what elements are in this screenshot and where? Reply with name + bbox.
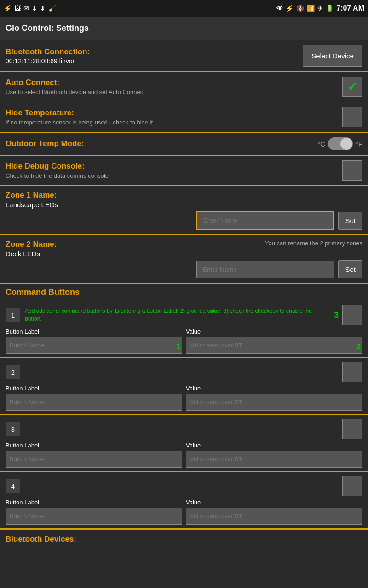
- cmd4-value-header: Value: [186, 499, 362, 506]
- outdoor-temp-label: Outdoor Temp Mode:: [6, 139, 84, 148]
- zone1-label: Zone 1 Name:: [6, 191, 362, 200]
- cmd4-value-group: Value: [186, 499, 362, 525]
- zone1-row: Zone 1 Name: Landscape LEDs Set: [0, 186, 368, 235]
- cmd2-checkbox[interactable]: [342, 362, 362, 382]
- cmd1-label-wrapper: 1: [6, 337, 182, 354]
- hide-temp-checkbox[interactable]: [342, 107, 362, 127]
- cmd2-value-header: Value: [186, 385, 362, 392]
- status-bar: ⚡ 🖼 ✉ ⬇ ⬇ 🧹 👁 ⚡ 🔇 📶 ✈ 🔋 7:07 AM: [0, 0, 368, 17]
- cmd1-value-group: Value 2: [186, 328, 362, 354]
- zone1-input-row: Set: [6, 211, 362, 230]
- cmd1-fields: Button Label 1 Value 2: [6, 328, 362, 354]
- bluetooth-connection-row: Bluetooth Connection: 00:12:11:28:08:69 …: [0, 40, 368, 72]
- email-icon: ✉: [23, 5, 29, 12]
- auto-connect-desc: Use to select Bluetooth device and set A…: [6, 89, 342, 96]
- cmd1-value-badge: 2: [356, 343, 361, 351]
- status-icons-right: 👁 ⚡ 🔇 📶 ✈ 🔋 7:07 AM: [276, 4, 364, 12]
- hide-temp-label: Hide Temperature:: [6, 108, 342, 118]
- zone1-current-name: Landscape LEDs: [6, 201, 362, 209]
- cmd3-number-badge: 3: [6, 422, 20, 436]
- command-button-3-row: 3 Button Label Value: [0, 415, 368, 472]
- zone2-label: Zone 2 Name:: [6, 240, 57, 249]
- bluetooth-devices-section: Bluetooth Devices:: [0, 529, 368, 548]
- cmd4-label-group: Button Label: [6, 499, 182, 525]
- command-button-2-row: 2 Button Label Value: [0, 358, 368, 415]
- app-title: Glo Control: Settings: [6, 23, 89, 33]
- hide-temperature-row: Hide Temperature: If no temperature sens…: [0, 102, 368, 133]
- cmd3-value-group: Value: [186, 442, 362, 468]
- cmd2-label-input[interactable]: [6, 394, 182, 411]
- cmd4-checkbox[interactable]: [342, 476, 362, 496]
- cmd1-value-wrapper: 2: [186, 337, 362, 354]
- celsius-label: °C: [317, 140, 325, 148]
- zone1-input[interactable]: [196, 211, 334, 230]
- hide-temp-desc: If no temperature sensor is being used -…: [6, 119, 342, 126]
- cmd1-checkbox[interactable]: [342, 305, 362, 325]
- bluetooth-devices-label: Bluetooth Devices:: [6, 535, 362, 544]
- cmd1-label-header: Button Label: [6, 328, 182, 335]
- checkmark-icon: ✓: [347, 80, 357, 94]
- broom-icon: 🧹: [48, 5, 56, 12]
- cmd1-value-header: Value: [186, 328, 362, 335]
- hide-debug-checkbox[interactable]: [342, 160, 362, 181]
- auto-connect-info: Auto Connect: Use to select Bluetooth de…: [6, 78, 342, 96]
- cmd3-top: 3: [6, 419, 362, 439]
- hide-debug-label: Hide Debug Console:: [6, 162, 342, 171]
- cmd-num-label: 3: [334, 311, 339, 320]
- cmd1-label-input[interactable]: [6, 337, 182, 354]
- cmd3-label-input[interactable]: [6, 451, 182, 468]
- hide-temp-info: Hide Temperature: If no temperature sens…: [6, 108, 342, 126]
- zone2-input-row: Set: [6, 260, 362, 278]
- zone1-set-button[interactable]: Set: [338, 212, 362, 230]
- settings-content: Bluetooth Connection: 00:12:11:28:08:69 …: [0, 40, 368, 548]
- bluetooth-icon: ⚡: [286, 5, 293, 12]
- zone2-current-name: Deck LEDs: [6, 250, 57, 258]
- cmd2-label-header: Button Label: [6, 385, 182, 392]
- auto-connect-label: Auto Connect:: [6, 78, 342, 87]
- cmd3-value-header: Value: [186, 442, 362, 449]
- cmd4-fields: Button Label Value: [6, 499, 362, 525]
- command-button-1-row: 1 Add additional command buttons by 1) e…: [0, 301, 368, 358]
- outdoor-temp-row: Outdoor Temp Mode: °C °F: [0, 133, 368, 156]
- cmd4-top: 4: [6, 476, 362, 496]
- clock: 7:07 AM: [336, 4, 364, 12]
- cmd1-label-group: Button Label 1: [6, 328, 182, 354]
- image-icon: 🖼: [14, 5, 21, 12]
- cmd4-label-input[interactable]: [6, 508, 182, 525]
- download2-icon: ⬇: [40, 5, 46, 12]
- zone2-desc: You can rename the 2 primary zones: [265, 240, 362, 247]
- cmd1-top: 1 Add additional command buttons by 1) e…: [6, 305, 362, 325]
- battery-icon: 🔋: [326, 5, 334, 12]
- auto-connect-checkbox[interactable]: ✓: [342, 77, 362, 97]
- title-bar: Glo Control: Settings: [0, 17, 368, 40]
- cmd3-label-group: Button Label: [6, 442, 182, 468]
- cmd3-label-header: Button Label: [6, 442, 182, 449]
- hide-debug-desc: Check to hide the data comms console: [6, 172, 342, 179]
- cmd3-fields: Button Label Value: [6, 442, 362, 468]
- cmd4-number-badge: 4: [6, 479, 20, 493]
- cmd3-value-input[interactable]: [186, 451, 362, 468]
- hide-debug-row: Hide Debug Console: Check to hide the da…: [0, 156, 368, 186]
- cmd4-value-input[interactable]: [186, 508, 362, 525]
- zone2-set-button[interactable]: Set: [338, 260, 362, 278]
- cmd2-value-group: Value: [186, 385, 362, 411]
- temp-toggle-switch[interactable]: [328, 137, 353, 150]
- cmd-instructions-text: Add additional command buttons by 1) ent…: [25, 307, 329, 323]
- cmd2-number-badge: 2: [6, 365, 20, 379]
- hide-debug-info: Hide Debug Console: Check to hide the da…: [6, 162, 342, 179]
- bluetooth-address: 00:12:11:28:08:69 linvor: [6, 57, 303, 65]
- wifi-icon: 📶: [307, 5, 315, 12]
- command-buttons-header: Command Buttons: [0, 284, 368, 301]
- mute-icon: 🔇: [296, 5, 304, 12]
- toggle-thumb: [340, 138, 352, 150]
- cmd1-value-input[interactable]: [186, 337, 362, 354]
- zone2-input[interactable]: [196, 261, 334, 278]
- cmd2-value-input[interactable]: [186, 394, 362, 411]
- cmd3-checkbox[interactable]: [342, 419, 362, 439]
- cmd2-label-group: Button Label: [6, 385, 182, 411]
- cmd1-label-badge: 1: [176, 343, 180, 351]
- download-icon: ⬇: [32, 5, 37, 12]
- bluetooth-label: Bluetooth Connection:: [6, 47, 303, 57]
- eye-icon: 👁: [276, 5, 283, 12]
- select-device-button[interactable]: Select Device: [303, 45, 362, 67]
